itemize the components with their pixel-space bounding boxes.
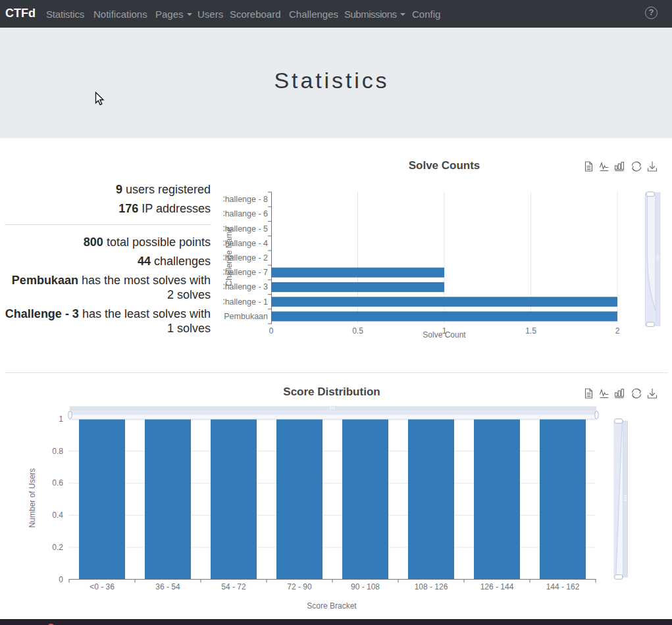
svg-text:Challenge - 8: Challenge - 8 <box>219 195 268 204</box>
svg-text:Challenge Name: Challenge Name <box>224 227 234 286</box>
svg-text:Score Bracket: Score Bracket <box>307 601 357 611</box>
svg-text:Challange - 6: Challange - 6 <box>219 209 268 218</box>
svg-text:72 - 90: 72 - 90 <box>287 582 312 591</box>
svg-text:144 - 162: 144 - 162 <box>546 582 580 591</box>
svg-text:2: 2 <box>615 326 620 336</box>
svg-text:0.5: 0.5 <box>352 326 363 336</box>
svg-text:Solve Counts: Solve Counts <box>409 159 480 172</box>
svg-text:<0 - 36: <0 - 36 <box>90 582 115 591</box>
svg-text:Score Distribution: Score Distribution <box>283 386 380 398</box>
svg-text:54 - 72: 54 - 72 <box>221 582 246 591</box>
svg-text:Solve Count: Solve Count <box>423 330 466 339</box>
svg-text:1.5: 1.5 <box>525 326 536 336</box>
svg-text:36 - 54: 36 - 54 <box>155 582 180 591</box>
svg-text:Pembukaan: Pembukaan <box>224 312 268 321</box>
svg-text:90 - 108: 90 - 108 <box>351 582 380 591</box>
svg-text:108 - 126: 108 - 126 <box>415 582 448 591</box>
svg-text:1: 1 <box>59 414 63 424</box>
svg-text:0.8: 0.8 <box>52 447 63 456</box>
svg-text:Challenge - 1: Challenge - 1 <box>219 297 268 307</box>
svg-text:Number of Users: Number of Users <box>28 468 37 528</box>
svg-text:0.4: 0.4 <box>52 511 63 520</box>
svg-text:0.2: 0.2 <box>52 543 63 552</box>
svg-text:0: 0 <box>269 326 274 336</box>
svg-text:0: 0 <box>59 575 63 584</box>
svg-text:0.6: 0.6 <box>52 478 63 488</box>
svg-text:126 - 144: 126 - 144 <box>480 582 514 591</box>
